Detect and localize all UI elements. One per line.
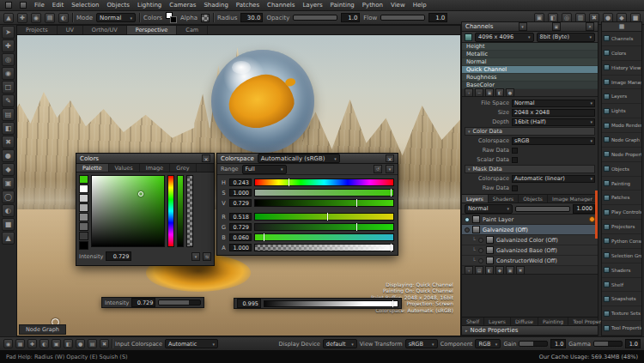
channel-row[interactable]: Height (462, 43, 598, 51)
b-value-field[interactable]: 0.060 (229, 233, 252, 241)
palette-item-painting[interactable]: Painting (602, 177, 641, 191)
mask-data-header[interactable]: ▾ Mask Data (465, 165, 595, 173)
gain-value-field[interactable]: 1.0 (550, 339, 566, 348)
grey-swatch-column[interactable] (79, 175, 88, 250)
move-tool-button[interactable]: ✚ (2, 39, 15, 52)
depth-select[interactable]: 16bit (Half)▾ (512, 118, 595, 126)
value-strip[interactable] (177, 175, 184, 247)
colors-dialog-titlebar[interactable]: Colors ✕ (76, 154, 214, 164)
node-graph-tab[interactable]: Node Graph (19, 324, 66, 335)
close-icon[interactable]: ✕ (202, 154, 210, 162)
add-tool-icon[interactable]: ✚ (17, 13, 27, 23)
color-colorspace-select[interactable]: sRGB▾ (512, 137, 595, 145)
palette-item-shelf[interactable]: Shelf (602, 278, 641, 293)
rotate-tool-button[interactable]: ◎ (2, 53, 15, 66)
radius-field[interactable]: 30.0 (240, 13, 263, 22)
gamma-value-field[interactable]: 1.0 (625, 339, 641, 348)
palette-item-node-graph[interactable]: Node Graph (602, 133, 641, 148)
mask-colorspace-select[interactable]: Automatic (linear)▾ (512, 175, 595, 183)
channel-row[interactable]: Roughness (462, 74, 598, 82)
value-gradient-slider[interactable] (264, 300, 398, 307)
duplicate-layer-icon[interactable]: ▣ (506, 266, 514, 275)
h-value-field[interactable]: 0.243 (229, 178, 252, 186)
visibility-icon[interactable] (465, 227, 470, 233)
raw-data-checkbox[interactable] (512, 148, 518, 154)
intensity-field[interactable]: 0.729 (131, 298, 155, 307)
flow-value-field[interactable]: 1.0 (428, 13, 447, 22)
alpha-slider[interactable] (254, 244, 394, 251)
channel-size-select[interactable]: 4096 x 4096▾ (475, 33, 534, 42)
palette-item-objects[interactable]: Objects (602, 162, 641, 177)
menu-item-patches[interactable]: Patches (236, 2, 259, 9)
foreground-background-swatches[interactable] (166, 12, 177, 23)
menu-item-shading[interactable]: Shading (204, 2, 228, 9)
palette-item-modo-render[interactable]: Modo Render (602, 118, 641, 133)
menu-item-layers[interactable]: Layers (302, 2, 322, 9)
palette-item-history-view[interactable]: History View (602, 61, 641, 76)
add-channel-icon[interactable]: ＋ (465, 88, 473, 97)
channel-depth-select[interactable]: 8bit (Byte)▾ (537, 33, 596, 42)
display-device-select[interactable]: default▾ (323, 339, 357, 348)
tab-uv[interactable]: UV (58, 26, 83, 34)
tab-palette[interactable]: Palette (76, 164, 109, 172)
palette-item-image-manager[interactable]: Image Manager (602, 76, 641, 90)
dock-grid-icon[interactable]: ▦ (602, 22, 641, 32)
palette-item-node-properties[interactable]: Node Properties (602, 148, 641, 162)
tab-image[interactable]: Image (140, 164, 170, 172)
blue-slider[interactable] (254, 233, 394, 241)
select-tool-button[interactable]: ➤ (2, 26, 15, 39)
component-select[interactable]: RGB▾ (475, 339, 501, 348)
merge-layers-icon[interactable]: ◆ (495, 266, 504, 275)
smudge-tool-button[interactable]: ◯ (2, 191, 15, 203)
opacity-value-field[interactable]: 1.0 (341, 13, 360, 22)
reset-icon[interactable]: ↺ (374, 165, 382, 173)
grid-tool-icon[interactable]: ▤ (45, 13, 55, 23)
menu-item-view[interactable]: View (391, 2, 405, 9)
layer-row-paint[interactable]: Paint Layer (462, 215, 598, 225)
saturation-value-picker[interactable] (91, 175, 165, 247)
palette-item-shaders[interactable]: Shaders (602, 263, 641, 278)
share-channel-icon[interactable]: ◧ (495, 88, 504, 97)
delete-layer-icon[interactable]: ✖ (516, 266, 525, 275)
hue-slider[interactable] (254, 178, 394, 186)
fill-tool-button[interactable]: ▣ (2, 177, 15, 190)
mask-tool-icon[interactable]: ◐ (58, 13, 69, 23)
tab-diffuse[interactable]: Diffuse (511, 318, 538, 325)
channel-color-swatch[interactable] (465, 33, 472, 41)
tab-shaders[interactable]: Shaders (489, 195, 519, 203)
visibility-icon[interactable] (478, 238, 483, 243)
towbrush-tool-button[interactable]: ◐ (2, 204, 15, 217)
menu-item-channels[interactable]: Channels (267, 2, 295, 9)
saturation-slider[interactable] (254, 189, 394, 197)
add-group-icon[interactable]: ▤ (475, 266, 483, 275)
scrollbar[interactable] (595, 191, 598, 239)
tab-layers[interactable]: Layers (462, 195, 489, 203)
channel-row[interactable]: Normal (462, 58, 598, 66)
menu-item-painting[interactable]: Painting (331, 2, 355, 9)
warp-tool-button[interactable]: ▲ (2, 232, 15, 245)
alpha-strip[interactable] (186, 175, 193, 247)
close-icon[interactable]: ✕ (386, 154, 394, 162)
menu-item-help[interactable]: Help (413, 2, 427, 9)
color-data-header[interactable]: ▾ Color Data (465, 127, 595, 136)
palette-item-projectors[interactable]: Projectors (602, 220, 641, 234)
tab-perspective[interactable]: Perspective (127, 26, 178, 34)
dropper-tool-button[interactable]: ● (2, 149, 15, 162)
pick-color-icon[interactable]: ▾ (191, 252, 200, 261)
scalar-data-checkbox[interactable] (512, 157, 518, 163)
palette-item-texture-sets[interactable]: Texture Sets (602, 306, 641, 321)
palette-item-play-controls[interactable]: Play Controls (602, 205, 641, 220)
texture-icon[interactable]: ▤ (88, 339, 97, 348)
crop-tool-button[interactable]: □ (2, 81, 15, 94)
red-slider[interactable] (254, 213, 394, 221)
layer-row-galvanized[interactable]: Galvanized (Off) (462, 225, 598, 235)
menu-item-cameras[interactable]: Cameras (169, 2, 196, 9)
transform-tool-icon[interactable]: ▲ (3, 13, 14, 23)
shadow-icon[interactable]: ◐ (39, 339, 49, 348)
lighting-icon[interactable]: ● (76, 339, 85, 348)
eraser-tool-button[interactable]: ✖ (2, 136, 15, 148)
gamma-slider[interactable] (593, 341, 623, 347)
tab-grey[interactable]: Grey (170, 164, 196, 172)
tab-image-manager[interactable]: Image Manager (548, 195, 598, 203)
layer-row-constructorweld[interactable]: └ ConstructorWeld (Off) (462, 256, 598, 266)
